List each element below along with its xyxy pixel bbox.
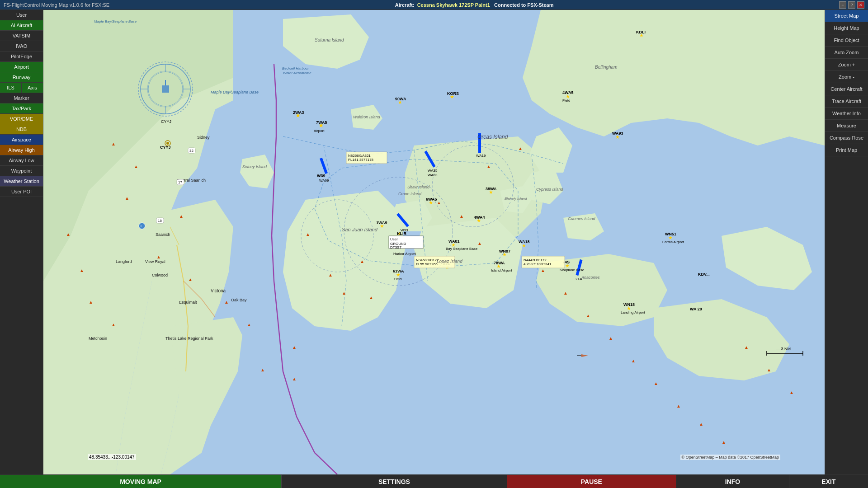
airport-button[interactable]: Airport bbox=[0, 62, 43, 72]
svg-text:Thetis Lake Regional Park: Thetis Lake Regional Park bbox=[165, 336, 213, 341]
vordme-button[interactable]: VOR/DME bbox=[0, 114, 43, 124]
svg-text:4WA5: 4WA5 bbox=[562, 90, 574, 95]
exit-button[interactable]: EXIT bbox=[789, 475, 868, 488]
svg-text:Guemes Island: Guemes Island bbox=[568, 216, 596, 221]
svg-text:Island Airport: Island Airport bbox=[491, 268, 512, 272]
svg-text:WN51: WN51 bbox=[665, 232, 676, 236]
svg-text:Langford: Langford bbox=[116, 259, 132, 264]
trace-aircraft-button[interactable]: Trace Aircraft bbox=[825, 95, 868, 108]
svg-text:WA81: WA81 bbox=[448, 239, 460, 244]
svg-text:Farms Airport: Farms Airport bbox=[662, 240, 684, 244]
svg-text:Seaplane Base: Seaplane Base bbox=[560, 268, 585, 272]
svg-text:17: 17 bbox=[178, 180, 182, 184]
moving-map-button[interactable]: MOVING MAP bbox=[0, 475, 281, 488]
svg-text:▲: ▲ bbox=[179, 214, 184, 219]
connection-status: Connected to FSX-Steam bbox=[494, 2, 553, 8]
right-panel: Street Map Height Map Find Object Auto Z… bbox=[825, 10, 868, 474]
svg-text:▲: ▲ bbox=[306, 232, 310, 237]
left-panel: User AI Aircraft VATSIM IVAO PilotEdge A… bbox=[0, 10, 43, 474]
svg-text:▲: ▲ bbox=[134, 164, 138, 169]
svg-text:▲: ▲ bbox=[89, 300, 93, 305]
svg-text:Bay Seaplane Base: Bay Seaplane Base bbox=[446, 247, 478, 251]
weather-station-button[interactable]: Weather Station bbox=[0, 176, 43, 187]
svg-text:▲: ▲ bbox=[586, 313, 590, 318]
svg-text:▲: ▲ bbox=[111, 322, 116, 327]
svg-text:Orcas Island: Orcas Island bbox=[477, 134, 508, 140]
svg-text:▲: ▲ bbox=[360, 259, 364, 264]
marker-button[interactable]: Marker bbox=[0, 93, 43, 103]
find-object-button[interactable]: Find Object bbox=[825, 34, 868, 47]
pilotedge-button[interactable]: PilotEdge bbox=[0, 52, 43, 62]
settings-button[interactable]: SETTINGS bbox=[281, 475, 507, 488]
svg-text:Maple Bay/Seaplane Base: Maple Bay/Seaplane Base bbox=[94, 19, 137, 23]
minimize-button[interactable]: − bbox=[839, 1, 846, 9]
svg-text:WA83: WA83 bbox=[428, 173, 438, 177]
svg-text:6WA5: 6WA5 bbox=[426, 197, 437, 202]
svg-text:Bedwell Harbour: Bedwell Harbour bbox=[282, 66, 309, 70]
airspace-button[interactable]: Airspace bbox=[0, 135, 43, 145]
svg-text:i: i bbox=[141, 225, 142, 228]
svg-text:Field: Field bbox=[394, 277, 401, 281]
coordinates-display: 48.35433...-123.00147 bbox=[88, 454, 136, 460]
help-button[interactable]: ? bbox=[848, 1, 855, 9]
ai-aircraft-button[interactable]: AI Aircraft bbox=[0, 20, 43, 31]
svg-text:2WA3: 2WA3 bbox=[293, 110, 304, 115]
compass-rose-button[interactable]: Compass Rose bbox=[825, 132, 868, 144]
svg-text:DT3S7: DT3S7 bbox=[390, 245, 401, 249]
svg-text:Blakely Island: Blakely Island bbox=[505, 197, 527, 201]
weather-info-button[interactable]: Weather Info bbox=[825, 108, 868, 120]
svg-text:— 3 NM: — 3 NM bbox=[776, 347, 791, 351]
auto-zoom-button[interactable]: Auto Zoom bbox=[825, 47, 868, 59]
vatsim-button[interactable]: VATSIM bbox=[0, 31, 43, 41]
ils-button[interactable]: ILS bbox=[0, 83, 22, 93]
user-poi-button[interactable]: User POI bbox=[0, 187, 43, 197]
user-button[interactable]: User bbox=[0, 10, 43, 20]
svg-text:▲: ▲ bbox=[292, 376, 297, 381]
ivao-button[interactable]: IVAO bbox=[0, 41, 43, 52]
svg-text:KORS: KORS bbox=[447, 91, 459, 96]
svg-text:WA93: WA93 bbox=[612, 131, 623, 136]
map-area[interactable]: CYYJ W39 WA09 WA35 WA83 WA19 W33 21A bbox=[43, 10, 825, 474]
zoom-plus-button[interactable]: Zoom + bbox=[825, 59, 868, 71]
svg-text:Colwood: Colwood bbox=[152, 273, 168, 277]
airway-low-button[interactable]: Airway Low bbox=[0, 155, 43, 166]
height-map-button[interactable]: Height Map bbox=[825, 22, 868, 34]
svg-text:Saanich: Saanich bbox=[156, 232, 170, 237]
svg-text:Crane Island: Crane Island bbox=[398, 192, 422, 196]
info-button[interactable]: INFO bbox=[676, 475, 789, 488]
street-map-button[interactable]: Street Map bbox=[825, 10, 868, 22]
svg-text:▲: ▲ bbox=[342, 291, 346, 296]
copyright-display: © OpenStreetMap – Map data ©2017 OpenStr… bbox=[680, 455, 780, 460]
airway-high-button[interactable]: Airway High bbox=[0, 145, 43, 155]
svg-text:Anacortes: Anacortes bbox=[581, 275, 600, 280]
axis-button[interactable]: Axis bbox=[22, 83, 43, 93]
pause-button[interactable]: PAUSE bbox=[507, 475, 676, 488]
svg-text:▲: ▲ bbox=[260, 367, 265, 372]
svg-text:▲: ▲ bbox=[80, 268, 84, 273]
close-button[interactable]: ✕ bbox=[857, 1, 864, 9]
runway-button[interactable]: Runway bbox=[0, 72, 43, 83]
svg-text:▲: ▲ bbox=[66, 232, 71, 237]
measure-button[interactable]: Measure bbox=[825, 120, 868, 132]
svg-text:San Juan Island: San Juan Island bbox=[342, 227, 378, 232]
svg-text:▲: ▲ bbox=[767, 367, 771, 372]
taxipark-button[interactable]: Tax/Park bbox=[0, 103, 43, 114]
svg-text:1WA9: 1WA9 bbox=[376, 221, 387, 225]
aircraft-info: Aircraft: Cessna Skyhawk 172SP Paint1 Co… bbox=[395, 2, 554, 8]
svg-text:W39: W39 bbox=[317, 174, 326, 178]
svg-text:Water Aerodrome: Water Aerodrome bbox=[283, 71, 311, 75]
svg-text:Metchosin: Metchosin bbox=[89, 336, 107, 341]
svg-text:32: 32 bbox=[189, 149, 193, 153]
ndb-button[interactable]: NDB bbox=[0, 124, 43, 135]
svg-text:▲: ▲ bbox=[676, 404, 681, 408]
waypoint-button[interactable]: Waypoint bbox=[0, 166, 43, 176]
center-aircraft-button[interactable]: Center Aircraft bbox=[825, 83, 868, 95]
zoom-minus-button[interactable]: Zoom - bbox=[825, 71, 868, 83]
svg-point-167 bbox=[139, 223, 145, 229]
svg-text:▲: ▲ bbox=[437, 200, 441, 205]
svg-text:CYYJ: CYYJ bbox=[160, 145, 171, 150]
svg-text:FL55 98T266: FL55 98T266 bbox=[416, 262, 438, 266]
print-map-button[interactable]: Print Map bbox=[825, 144, 868, 156]
svg-text:WA19: WA19 bbox=[476, 154, 486, 158]
svg-text:Saturna Island: Saturna Island bbox=[315, 38, 344, 42]
